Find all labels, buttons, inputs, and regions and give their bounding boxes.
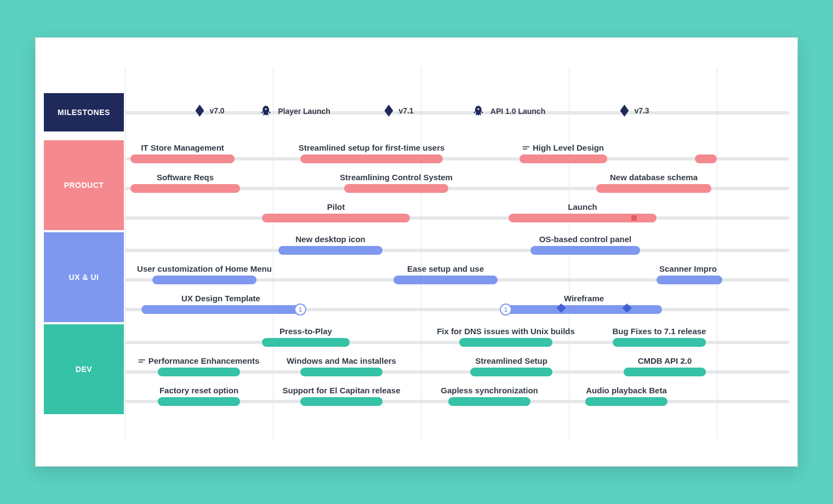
milestone-diamond-icon bbox=[623, 303, 632, 313]
dev-bar[interactable] bbox=[459, 338, 552, 347]
dev-bar-label: Windows and Mac installers bbox=[287, 356, 396, 365]
product-bar-label: Streamlined setup for first-time users bbox=[299, 143, 445, 152]
milestone-diamond[interactable]: v7.1 bbox=[384, 105, 413, 117]
count-badge: 1 bbox=[501, 305, 511, 314]
dev-bar-label: Factory reset option bbox=[159, 386, 238, 395]
product-bar-label: Streamlining Control System bbox=[340, 173, 453, 182]
uxui-bar[interactable] bbox=[152, 276, 256, 284]
checkpoint-icon bbox=[631, 215, 637, 221]
dev-bar-label: Audio playback Beta bbox=[586, 386, 667, 395]
uxui-bar-label: Ease setup and use bbox=[407, 264, 484, 273]
milestone-label: v7.1 bbox=[398, 106, 413, 115]
quarter-divider bbox=[125, 67, 125, 439]
swimlane-dev: DEV bbox=[44, 324, 124, 414]
roadmap-frame: MILESTONES PRODUCT UX & UI DEV Q3 Q4 Q1 … bbox=[44, 67, 789, 439]
milestone-rocket[interactable]: Player Launch bbox=[259, 105, 330, 118]
dev-bar[interactable] bbox=[624, 368, 706, 376]
dev-bar-label: Streamlined Setup bbox=[475, 356, 547, 365]
milestone-label: v7.0 bbox=[209, 106, 224, 115]
swimlane-product: PRODUCT bbox=[44, 140, 124, 230]
product-bar-label: Pilot bbox=[327, 202, 345, 211]
dev-bar[interactable] bbox=[300, 368, 383, 376]
timeline[interactable]: Q3 Q4 Q1 Q2 v7.0Player Launchv7.1API 1.0… bbox=[125, 67, 789, 439]
uxui-bar-label: Scanner Impro bbox=[659, 264, 717, 273]
count-badge: 1 bbox=[295, 305, 305, 314]
svg-point-0 bbox=[265, 108, 267, 110]
product-bar[interactable] bbox=[344, 184, 448, 193]
uxui-bar[interactable] bbox=[393, 276, 498, 284]
product-bar[interactable] bbox=[130, 184, 240, 193]
swimlane-dev-label: DEV bbox=[76, 365, 92, 374]
diamond-icon bbox=[384, 105, 393, 117]
quarter-divider bbox=[273, 67, 273, 439]
uxui-rail-1 bbox=[125, 249, 789, 252]
uxui-bar-label: OS-based control panel bbox=[539, 234, 631, 244]
milestone-diamond[interactable]: v7.3 bbox=[620, 105, 649, 117]
dev-bar[interactable] bbox=[158, 368, 240, 376]
swimlane-milestones-label: MILESTONES bbox=[58, 108, 110, 117]
diamond-icon bbox=[195, 105, 204, 117]
product-bar-label: New database schema bbox=[610, 173, 698, 182]
dev-bar[interactable] bbox=[448, 397, 530, 406]
milestone-label: Player Launch bbox=[278, 107, 330, 116]
product-bar[interactable] bbox=[130, 154, 235, 163]
product-bar-label: Software Reqs bbox=[157, 173, 214, 182]
diamond-icon bbox=[620, 105, 629, 117]
product-bar[interactable] bbox=[509, 214, 657, 222]
milestone-label: v7.3 bbox=[634, 106, 649, 115]
dev-bar[interactable] bbox=[262, 338, 350, 347]
product-bar-label: IT Store Management bbox=[141, 143, 224, 152]
product-bar-label: High Level Design bbox=[523, 143, 604, 152]
product-bar[interactable] bbox=[300, 154, 443, 163]
dev-bar[interactable] bbox=[158, 397, 240, 406]
roadmap-card: MILESTONES PRODUCT UX & UI DEV Q3 Q4 Q1 … bbox=[36, 38, 797, 466]
list-icon bbox=[139, 359, 145, 364]
quarter-divider bbox=[421, 67, 421, 439]
milestone-diamond[interactable]: v7.0 bbox=[195, 105, 224, 117]
swimlane-uxui-label: UX & UI bbox=[69, 273, 99, 282]
swimlane-milestones: MILESTONES bbox=[44, 93, 124, 131]
rocket-icon bbox=[259, 105, 272, 118]
dev-bar-label: Performance Enhancements bbox=[139, 356, 260, 365]
dev-bar[interactable] bbox=[613, 338, 706, 347]
product-bar[interactable] bbox=[695, 154, 717, 163]
uxui-bar[interactable] bbox=[530, 246, 640, 255]
uxui-bar[interactable]: 1 bbox=[506, 305, 662, 314]
dev-bar[interactable] bbox=[585, 397, 667, 406]
list-icon bbox=[523, 146, 529, 151]
product-bar[interactable] bbox=[262, 214, 410, 222]
quarter-divider bbox=[717, 67, 717, 439]
rocket-icon bbox=[472, 105, 485, 118]
dev-bar[interactable] bbox=[470, 368, 552, 376]
dev-bar-label: Bug Fixes to 7.1 release bbox=[613, 327, 706, 336]
product-bar-label: Launch bbox=[568, 202, 597, 211]
dev-bar-label: Press-to-Play bbox=[279, 327, 332, 336]
milestones-rail bbox=[125, 111, 789, 114]
dev-bar-label: CMDB API 2.0 bbox=[638, 356, 692, 365]
uxui-bar[interactable]: 1 bbox=[141, 305, 300, 314]
product-rail-3 bbox=[125, 216, 789, 220]
dev-bar-label: Support for El Capitan release bbox=[282, 386, 400, 395]
product-bar[interactable] bbox=[520, 154, 607, 163]
swimlane-uxui: UX & UI bbox=[44, 232, 124, 322]
svg-point-1 bbox=[477, 108, 479, 110]
dev-bar-label: Gapless synchronization bbox=[441, 386, 538, 395]
uxui-bar-label: Wireframe bbox=[564, 294, 604, 303]
milestone-label: API 1.0 Launch bbox=[490, 107, 545, 116]
uxui-bar[interactable] bbox=[278, 246, 383, 255]
uxui-bar-label: User customization of Home Menu bbox=[137, 264, 272, 273]
dev-bar[interactable] bbox=[300, 397, 383, 406]
uxui-bar-label: UX Design Template bbox=[181, 294, 260, 303]
milestone-rocket[interactable]: API 1.0 Launch bbox=[472, 105, 545, 118]
swimlane-product-label: PRODUCT bbox=[64, 181, 104, 190]
milestone-diamond-icon bbox=[557, 303, 566, 313]
dev-bar-label: Fix for DNS issues with Unix builds bbox=[437, 327, 575, 336]
product-bar[interactable] bbox=[596, 184, 711, 193]
uxui-bar[interactable] bbox=[657, 276, 722, 284]
uxui-bar-label: New desktop icon bbox=[295, 234, 366, 244]
